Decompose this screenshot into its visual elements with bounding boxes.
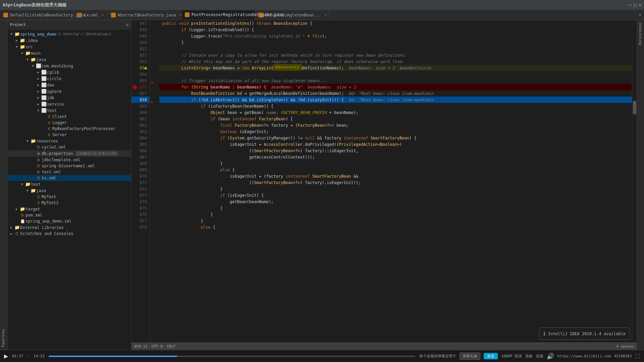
sidebar-item-main[interactable]: ▼ 📁 main	[7, 50, 131, 56]
kw-instanceof-870: instanceof	[285, 174, 310, 179]
sidebar-item-mytest2[interactable]: C MyTest2	[7, 200, 131, 206]
video-speed-label[interactable]: 倍速	[536, 354, 543, 359]
sidebar-item-dbprops[interactable]: ⚙ db.properties 正在验证汇总(文本人口列)	[7, 150, 131, 157]
sidebar-testpkg-label: test	[47, 108, 57, 113]
tab-defaultlistable[interactable]: DefaultListableBeanFactory.java ✕	[0, 10, 74, 20]
ln-858: 858	[131, 97, 150, 103]
sidebar-item-cycle2xml[interactable]: 🗎 cycle2.xml	[7, 144, 131, 150]
sidebar-client-label: Client	[52, 114, 67, 119]
sidebar-item-service[interactable]: ▶ ⬜ service	[7, 101, 131, 107]
video-fullscreen-btn[interactable]: ⛶	[635, 354, 640, 359]
tab-overflow[interactable]: ▾	[636, 10, 644, 20]
sidebar-item-jdbcxml[interactable]: 🗎 jdbcTemplate.xml	[7, 157, 131, 163]
sidebar-item-resources[interactable]: ▼ 📁 resources	[7, 138, 131, 144]
vtab-favorites[interactable]: Favorites	[0, 326, 7, 350]
sidebar-item-package[interactable]: ▼ ⬜ com.mashibing	[7, 63, 131, 69]
folder-icon-resources: 📁	[30, 138, 36, 143]
package-icon-circle: ⬜	[41, 76, 47, 81]
ln-847-text: 847	[140, 21, 147, 26]
ln-856: 856	[131, 84, 150, 90]
sidebar-item-jdk[interactable]: ▶ ⬜ jdk	[7, 95, 131, 101]
sidebar-item-pomxml[interactable]: 🗎 pom.xml	[7, 212, 131, 218]
sidebar-item-testxml[interactable]: 🗎 test.xml	[7, 169, 131, 175]
sidebar-item-testpkg[interactable]: ▼ ⬜ test	[7, 107, 131, 114]
video-quality[interactable]: 1080P 高清	[501, 354, 522, 359]
tree-arrow-main: ▼	[19, 51, 25, 55]
comment-853: // While this may not be part of the reg…	[162, 59, 404, 64]
sidebar-item-scratches[interactable]: ▶ 🗒 Scratches and Consoles	[7, 231, 131, 237]
tab-postprocessor[interactable]: PostProcessorRegistrationDelegate.java ✕	[181, 10, 255, 20]
ln-869-text: 869	[140, 168, 147, 172]
folder-icon-java2: 📁	[30, 188, 36, 193]
video-view-count: 45100361	[614, 354, 632, 358]
sidebar-item-java2[interactable]: ▼ 📁 java	[7, 187, 131, 194]
ln-874-text: 874	[140, 199, 147, 204]
sidebar-item-dao[interactable]: ▶ ⬜ dao	[7, 82, 131, 88]
sidebar-item-cglib[interactable]: ▶ ⬜ cglib	[7, 69, 131, 75]
tab-abstractbean[interactable]: AbstractBeanFactory.java ✕	[108, 10, 181, 20]
sidebar-item-server[interactable]: C Server	[7, 132, 131, 138]
xml-file-icon: 🗎	[36, 145, 42, 149]
code-editor[interactable]: public void preInstantiateSingletons() t…	[159, 20, 632, 343]
video-progress-bar[interactable]	[49, 356, 415, 357]
close-icon[interactable]: ✕	[639, 2, 641, 8]
ln-865-text: 865	[140, 142, 147, 147]
ln-850: 850	[131, 39, 150, 46]
kw-this: this	[312, 34, 322, 39]
tree-arrow-scratches: ▶	[9, 232, 14, 236]
code-line-854	[159, 71, 632, 77]
video-danmaku-btn[interactable]: 弹幕礼物	[460, 353, 480, 360]
maximize-icon[interactable]: □	[634, 2, 636, 8]
tab-txxml[interactable]: tx.xml ✕	[74, 10, 108, 20]
sidebar-item-mytest[interactable]: C MyTest	[7, 194, 131, 200]
inline-hint-getbean: 获取bean的信息	[273, 64, 302, 70]
kw-throws: throws	[257, 21, 271, 26]
status-spaces: 4 spaces	[616, 344, 634, 349]
sidebar-item-src[interactable]: ▼ 📁 src	[7, 44, 131, 50]
scrollbar[interactable]	[632, 20, 637, 343]
sidebar-item-iml[interactable]: 📋 spring_aop_demo.iml	[7, 218, 131, 224]
tab-close-icon[interactable]: ✕	[324, 13, 327, 17]
sidebar-gear-icon[interactable]: ⚙	[126, 22, 128, 27]
notification-popup: ℹ IntelliJ IDEA 2020.1.4 available	[539, 327, 630, 340]
ln-847: 847	[131, 20, 150, 26]
sidebar-item-extlibs[interactable]: ▶ 📁 External Libraries	[7, 224, 131, 231]
tree-arrow-testfolder: ▼	[19, 182, 25, 186]
debug-name-hint: name:	[266, 110, 278, 115]
sidebar-item-txxml[interactable]: 🗎 tx.xml	[7, 175, 131, 181]
ln-874: 874	[131, 198, 150, 205]
video-volume-icon[interactable]: 🔊	[547, 353, 554, 360]
video-bar: ▶ 02:37 / 14:23 发个友善的弹幕证明下 弹幕礼物 发送 1080P…	[0, 350, 644, 362]
code-line-855: // Trigger initialization of all non-laz…	[159, 77, 632, 84]
sidebar-item-java[interactable]: ▼ 📁 java	[7, 56, 131, 63]
minimize-icon[interactable]: ─	[629, 2, 632, 8]
sidebar-service-label: service	[47, 102, 64, 107]
sidebar-item-root[interactable]: ▼ 📁 spring_aop_demo C:\Users\p'c'\Deskto…	[7, 31, 131, 37]
code-line-859: if (isFactoryBean(beanName)) {	[159, 103, 632, 109]
ln-854: 854	[131, 71, 150, 77]
sidebar-item-ignore[interactable]: ▶ ⬜ ignore	[7, 88, 131, 95]
video-collection[interactable]: 选集	[525, 354, 533, 359]
sidebar-item-springxml[interactable]: 🗎 spring-${username}.xml	[7, 163, 131, 169]
sidebar-item-target[interactable]: ▶ 📁 target	[7, 206, 131, 212]
tab-defaultsingleton[interactable]: DefaultSingletonBean... ✕	[255, 10, 329, 20]
video-danmaku-input[interactable]: 发个友善的弹幕证明下	[419, 354, 456, 359]
type-string-856: String	[194, 85, 208, 89]
sidebar-item-circle[interactable]: ▶ ⬜ circle	[7, 75, 131, 82]
sidebar-item-logger[interactable]: C Logger	[7, 120, 131, 126]
ln-871-text: 871	[140, 180, 147, 185]
sidebar-item-client[interactable]: C Client	[7, 114, 131, 120]
video-send-btn[interactable]: 发送	[484, 353, 498, 359]
sidebar-springxml-label: spring-${username}.xml	[42, 164, 95, 168]
vertical-tab-bar: Favorites	[0, 20, 7, 350]
sidebar-item-mybeanfactory[interactable]: C MyBeanFactoryPostProcessor	[7, 126, 131, 132]
vtab-persistence[interactable]: Persistence	[637, 20, 644, 48]
video-play-btn[interactable]: ▶	[4, 353, 8, 359]
scrollbar-thumb[interactable]	[633, 101, 636, 114]
ln-876-text: 876	[140, 212, 147, 217]
tab-close-icon[interactable]: ✕	[102, 13, 104, 17]
sidebar-item-testfolder[interactable]: ▼ 📁 test	[7, 181, 131, 187]
code-line-861: if (bean instanceof FactoryBean) {	[159, 116, 632, 122]
sidebar-item-idea[interactable]: ▶ 📁 .idea	[7, 37, 131, 44]
ln-873: 873	[131, 192, 150, 198]
